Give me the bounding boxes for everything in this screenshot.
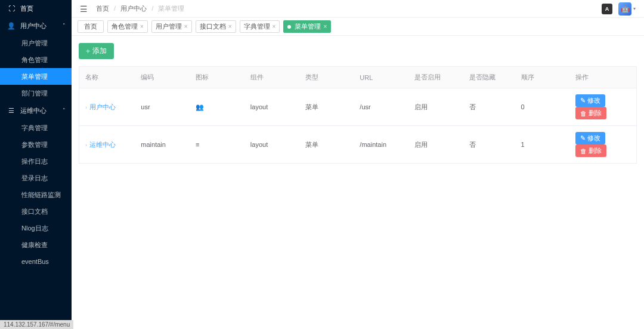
row-order: 1 (515, 126, 570, 164)
chevron-up-icon: ˄ (63, 107, 66, 113)
add-button[interactable]: + 添加 (79, 43, 114, 59)
row-hidden: 否 (463, 88, 515, 126)
sidebar-item-api-doc[interactable]: 接口文档 (0, 203, 72, 220)
sidebar-item-user-mgmt[interactable]: 用户管理 (0, 35, 72, 51)
row-type: 菜单 (299, 126, 354, 164)
row-url: /usr (354, 88, 408, 126)
th-actions: 操作 (569, 67, 636, 88)
th-component: 组件 (244, 67, 299, 88)
th-hidden: 是否隐藏 (463, 67, 515, 88)
close-icon[interactable]: × (228, 23, 232, 30)
sidebar-group-label: 用户中心 (20, 21, 47, 30)
row-actions: ✎修改 🗑删除 (569, 88, 636, 126)
sidebar-item-nlog[interactable]: Nlog日志 (0, 220, 72, 236)
row-icon: ≡ (190, 126, 244, 164)
chevron-up-icon: ˄ (63, 23, 66, 29)
tabs-row: 首页 角色管理× 用户管理× 接口文档× 字典管理× 菜单管理× (72, 18, 644, 36)
tab-dict-mgmt[interactable]: 字典管理× (240, 20, 280, 33)
status-bar-url: 114.132.157.167/#/menu (0, 320, 73, 329)
sidebar: ⛶ 首页 👤 用户中心 ˄ 用户管理 角色管理 菜单管理 部门管理 ☰ 运维中心… (0, 0, 72, 329)
sidebar-item-health[interactable]: 健康检查 (0, 236, 72, 253)
th-type: 类型 (299, 67, 354, 88)
menu-table: 名称 编码 图标 组件 类型 URL 是否启用 是否隐藏 顺序 操作 ›用户中心 (79, 66, 637, 164)
row-name[interactable]: ›用户中心 (79, 88, 135, 126)
collapse-sidebar-icon[interactable]: ☰ (80, 4, 88, 14)
sidebar-item-op-log[interactable]: 操作日志 (0, 153, 72, 170)
th-url: URL (354, 67, 408, 88)
sidebar-item-params[interactable]: 参数管理 (0, 136, 72, 153)
th-order: 顺序 (515, 67, 570, 88)
row-code: usr (135, 88, 190, 126)
breadcrumb-link[interactable]: 用户中心 (120, 5, 147, 12)
close-icon[interactable]: × (140, 23, 144, 30)
plus-icon: + (86, 47, 90, 56)
edit-icon: ✎ (580, 97, 586, 104)
delete-button[interactable]: 🗑删除 (575, 107, 606, 119)
content-area: + 添加 名称 编码 图标 组件 类型 URL 是否启用 是否隐藏 顺序 (72, 36, 644, 329)
row-actions: ✎修改 🗑删除 (569, 126, 636, 164)
sidebar-item-perf[interactable]: 性能链路监测 (0, 186, 72, 203)
avatar: 🤖 (618, 2, 631, 16)
sidebar-item-dept-mgmt[interactable]: 部门管理 (0, 85, 72, 102)
row-enabled: 启用 (408, 88, 463, 126)
ops-icon: ☰ (7, 107, 16, 115)
row-url: /maintain (354, 126, 408, 164)
breadcrumb-link[interactable]: 首页 (96, 5, 109, 12)
caret-down-icon: ▾ (633, 6, 636, 11)
close-icon[interactable]: × (184, 23, 188, 30)
row-component: layout (244, 126, 299, 164)
sidebar-item-eventbus[interactable]: eventBus (0, 253, 72, 270)
sidebar-item-dict[interactable]: 字典管理 (0, 119, 72, 136)
expand-caret-icon[interactable]: › (85, 104, 87, 110)
main: ☰ 首页 / 用户中心 / 菜单管理 A 🤖 ▾ 首页 角色管理× 用户管理× … (72, 0, 644, 329)
edit-button[interactable]: ✎修改 (575, 94, 605, 107)
row-order: 0 (515, 88, 570, 126)
sidebar-home[interactable]: ⛶ 首页 (0, 0, 72, 17)
sidebar-home-label: 首页 (20, 4, 33, 13)
table-header-row: 名称 编码 图标 组件 类型 URL 是否启用 是否隐藏 顺序 操作 (79, 67, 637, 88)
user-menu[interactable]: 🤖 ▾ (618, 2, 636, 16)
row-component: layout (244, 88, 299, 126)
row-name[interactable]: ›运维中心 (79, 126, 135, 164)
sidebar-group-label: 运维中心 (20, 106, 47, 115)
breadcrumb: 首页 / 用户中心 / 菜单管理 (96, 4, 184, 13)
sidebar-group-user-center[interactable]: 👤 用户中心 ˄ (0, 17, 72, 35)
tab-menu-mgmt[interactable]: 菜单管理× (283, 20, 331, 33)
trash-icon: 🗑 (580, 110, 587, 117)
delete-button[interactable]: 🗑删除 (575, 144, 606, 157)
row-type: 菜单 (299, 88, 354, 126)
dashboard-icon: ⛶ (7, 5, 16, 12)
row-hidden: 否 (463, 126, 515, 164)
tab-role-mgmt[interactable]: 角色管理× (107, 20, 148, 33)
th-icon: 图标 (190, 67, 244, 88)
close-icon[interactable]: × (323, 23, 327, 30)
sidebar-item-menu-mgmt[interactable]: 菜单管理 (0, 68, 72, 85)
topbar: ☰ 首页 / 用户中心 / 菜单管理 A 🤖 ▾ (72, 0, 644, 18)
edit-button[interactable]: ✎修改 (575, 132, 605, 144)
active-dot-icon (287, 25, 291, 29)
table-row: ›用户中心 usr 👥 layout 菜单 /usr 启用 否 0 ✎修改 🗑删… (79, 88, 637, 126)
breadcrumb-current: 菜单管理 (158, 5, 184, 12)
tab-home[interactable]: 首页 (78, 20, 104, 33)
sidebar-group-ops-center[interactable]: ☰ 运维中心 ˄ (0, 102, 72, 119)
th-code: 编码 (135, 67, 190, 88)
close-icon[interactable]: × (273, 23, 276, 30)
th-enabled: 是否启用 (408, 67, 463, 88)
edit-icon: ✎ (580, 134, 586, 142)
tab-user-mgmt[interactable]: 用户管理× (151, 20, 192, 33)
table-row: ›运维中心 maintain ≡ layout 菜单 /maintain 启用 … (79, 126, 637, 164)
language-toggle[interactable]: A (602, 4, 612, 14)
trash-icon: 🗑 (580, 147, 587, 155)
row-code: maintain (135, 126, 190, 164)
row-icon: 👥 (190, 88, 244, 126)
sidebar-item-login-log[interactable]: 登录日志 (0, 170, 72, 186)
th-name: 名称 (79, 67, 135, 88)
sidebar-item-role-mgmt[interactable]: 角色管理 (0, 51, 72, 68)
expand-caret-icon[interactable]: › (85, 142, 87, 148)
tab-api-doc[interactable]: 接口文档× (196, 20, 236, 33)
user-icon: 👤 (7, 22, 16, 30)
row-enabled: 启用 (408, 126, 463, 164)
